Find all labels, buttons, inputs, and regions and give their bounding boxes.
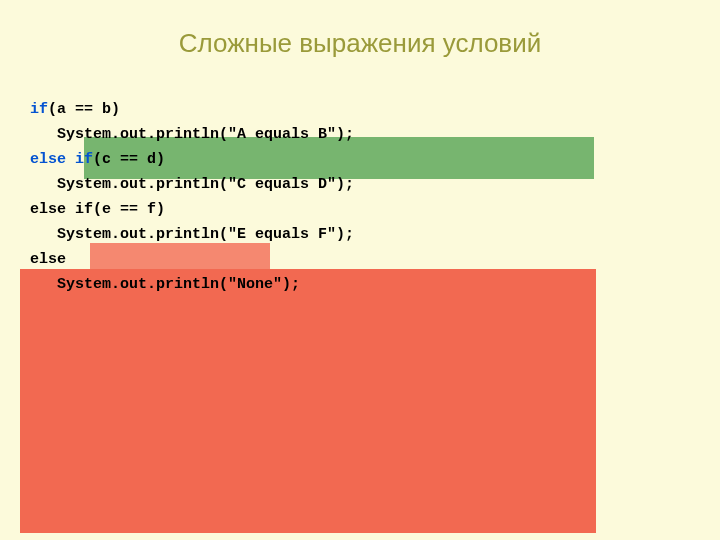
highlight-red <box>20 269 596 533</box>
code-text: (a == b) <box>48 101 120 118</box>
keyword-if: if <box>30 101 48 118</box>
code-text: System.out.println("E equals F"); <box>30 226 354 243</box>
slide-title: Сложные выражения условий <box>0 0 720 97</box>
keyword-else-if: else if <box>30 151 93 168</box>
code-text: else <box>30 251 66 268</box>
code-text: System.out.println("C equals D"); <box>30 176 354 193</box>
code-text: (c == d) <box>93 151 165 168</box>
code-text: System.out.println("None"); <box>30 276 300 293</box>
code-container: if(a == b) System.out.println("A equals … <box>30 97 650 297</box>
code-text: System.out.println("A equals B"); <box>30 126 354 143</box>
code-text: else if(e == f) <box>30 201 165 218</box>
code-block: if(a == b) System.out.println("A equals … <box>30 97 650 297</box>
